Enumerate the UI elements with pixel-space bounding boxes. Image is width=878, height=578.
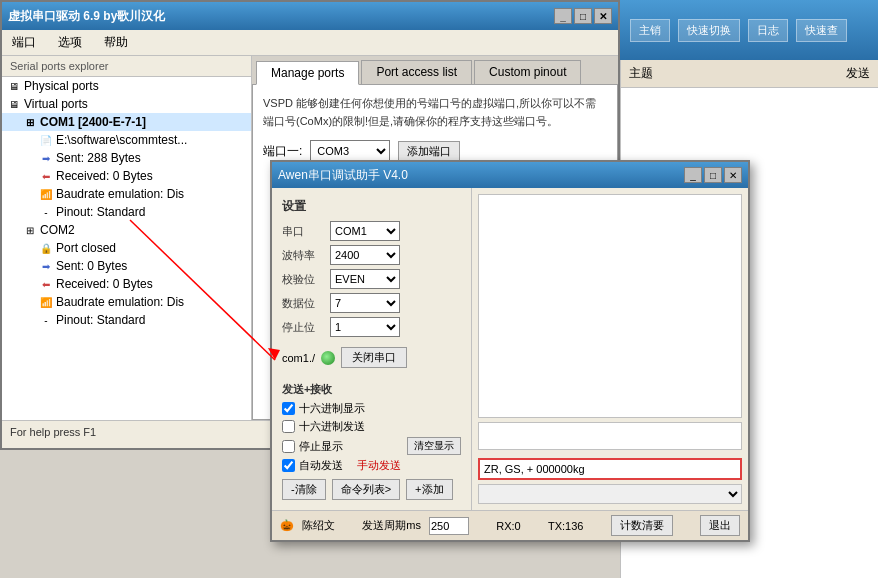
send-input[interactable] bbox=[478, 458, 742, 480]
topright-log-btn[interactable]: 日志 bbox=[748, 19, 788, 42]
topright-register-btn[interactable]: 主销 bbox=[630, 19, 670, 42]
serial-setting: 串口 COM1 bbox=[282, 221, 461, 241]
send-recv-label: 发送+接收 bbox=[282, 382, 461, 397]
send-select[interactable] bbox=[478, 484, 742, 504]
tree-com2-baud: 📶 Baudrate emulation: Dis bbox=[2, 293, 251, 311]
hex-receive-label: 十六进制显示 bbox=[299, 401, 365, 416]
topright-fast-btn[interactable]: 快速查 bbox=[796, 19, 847, 42]
port-label: 端口一: bbox=[263, 143, 302, 160]
hex-send-check[interactable] bbox=[282, 420, 295, 433]
sidebar: Serial ports explorer 🖥 Physical ports 🖥… bbox=[2, 56, 252, 420]
tree-com1-sent: ➡ Sent: 288 Bytes bbox=[2, 149, 251, 167]
tree-com1[interactable]: ⊞ COM1 [2400-E-7-1] bbox=[2, 113, 251, 131]
receive-area[interactable] bbox=[478, 194, 742, 418]
auto-send-check[interactable] bbox=[282, 459, 295, 472]
arrow-left2-icon: ⬅ bbox=[38, 276, 54, 292]
cmd-list-btn[interactable]: 命令列表> bbox=[332, 479, 400, 500]
topright-table-header: 主题 发送 bbox=[621, 60, 878, 88]
parity-label: 校验位 bbox=[282, 272, 330, 287]
com2-icon: ⊞ bbox=[22, 222, 38, 238]
menu-help[interactable]: 帮助 bbox=[98, 32, 134, 53]
calc-btn[interactable]: 计数清要 bbox=[611, 515, 673, 536]
add-port-button[interactable]: 添加端口 bbox=[398, 141, 460, 162]
tab-manage-ports[interactable]: Manage ports bbox=[256, 61, 359, 85]
period-input[interactable] bbox=[429, 517, 469, 535]
serial-select[interactable]: COM1 bbox=[330, 221, 400, 241]
awen-settings: 设置 串口 COM1 波特率 2400 校验位 EVEN 数据位 bbox=[272, 188, 472, 510]
awen-right-panel bbox=[472, 188, 748, 510]
stop-display-check[interactable] bbox=[282, 440, 295, 453]
author-name: 陈绍文 bbox=[302, 518, 335, 533]
port-select[interactable]: COM3 bbox=[310, 140, 390, 162]
auto-send-row: 自动发送 手动发送 bbox=[282, 458, 461, 473]
tab-port-access-list[interactable]: Port access list bbox=[361, 60, 472, 84]
stop-label: 停止位 bbox=[282, 320, 330, 335]
com1-icon: ⊞ bbox=[22, 114, 38, 130]
tree-physical-ports[interactable]: 🖥 Physical ports bbox=[2, 77, 251, 95]
arrow-right-icon: ➡ bbox=[38, 150, 54, 166]
awen-minimize-btn[interactable]: _ bbox=[684, 167, 702, 183]
close-port-btn[interactable]: 关闭串口 bbox=[341, 347, 407, 368]
arrow-left-icon: ⬅ bbox=[38, 168, 54, 184]
vspd-title: 虚拟串口驱动 6.9 by歌川汉化 bbox=[8, 8, 165, 25]
com2-received-label: Received: 0 Bytes bbox=[56, 277, 153, 291]
col-topic: 主题 bbox=[629, 65, 838, 82]
tree-com1-path: 📄 E:\software\scommtest... bbox=[2, 131, 251, 149]
clear-display-btn[interactable]: 清空显示 bbox=[407, 437, 461, 455]
awen-body: 设置 串口 COM1 波特率 2400 校验位 EVEN 数据位 bbox=[272, 188, 748, 510]
hex-send-row: 十六进制发送 bbox=[282, 419, 461, 434]
file-icon: 📄 bbox=[38, 132, 54, 148]
tab-custom-pinout[interactable]: Custom pinout bbox=[474, 60, 581, 84]
lock-icon: 🔒 bbox=[38, 240, 54, 256]
stop-display-row: 停止显示 清空显示 bbox=[282, 437, 461, 455]
vspd-title-buttons: _ □ ✕ bbox=[554, 8, 612, 24]
hex-receive-check[interactable] bbox=[282, 402, 295, 415]
manual-send-link[interactable]: 手动发送 bbox=[357, 458, 401, 473]
add-btn[interactable]: +添加 bbox=[406, 479, 452, 500]
col-send: 发送 bbox=[846, 65, 870, 82]
com2-closed-label: Port closed bbox=[56, 241, 116, 255]
maximize-button[interactable]: □ bbox=[574, 8, 592, 24]
awen-dialog: Awen串口调试助手 V4.0 _ □ ✕ 设置 串口 COM1 波特率 240… bbox=[270, 160, 750, 542]
data-label: 数据位 bbox=[282, 296, 330, 311]
data-setting: 数据位 7 bbox=[282, 293, 461, 313]
clear-btn[interactable]: -清除 bbox=[282, 479, 326, 500]
menu-options[interactable]: 选项 bbox=[52, 32, 88, 53]
send-input-container bbox=[478, 454, 742, 480]
parity-select[interactable]: EVEN bbox=[330, 269, 400, 289]
baud-select[interactable]: 2400 bbox=[330, 245, 400, 265]
minimize-button[interactable]: _ bbox=[554, 8, 572, 24]
footer-period: 发送周期ms bbox=[362, 517, 469, 535]
tree-com2[interactable]: ⊞ COM2 bbox=[2, 221, 251, 239]
baud2-icon: 📶 bbox=[38, 294, 54, 310]
topright-switch-btn[interactable]: 快速切换 bbox=[678, 19, 740, 42]
serial-label: 串口 bbox=[282, 224, 330, 239]
vspd-menubar: 端口 选项 帮助 bbox=[2, 30, 618, 56]
menu-port[interactable]: 端口 bbox=[6, 32, 42, 53]
com1-label: COM1 [2400-E-7-1] bbox=[40, 115, 146, 129]
tab-bar: Manage ports Port access list Custom pin… bbox=[252, 56, 618, 85]
virtual-ports-label: Virtual ports bbox=[24, 97, 88, 111]
awen-close-btn[interactable]: ✕ bbox=[724, 167, 742, 183]
period-label: 发送周期ms bbox=[362, 518, 421, 533]
footer-info: 🎃 陈绍文 bbox=[280, 518, 335, 533]
close-button[interactable]: ✕ bbox=[594, 8, 612, 24]
hex-receive-row: 十六进制显示 bbox=[282, 401, 461, 416]
com-status-label: com1./ bbox=[282, 352, 315, 364]
com1-path-label: E:\software\scommtest... bbox=[56, 133, 187, 147]
tree-virtual-ports[interactable]: 🖥 Virtual ports bbox=[2, 95, 251, 113]
com2-baud-label: Baudrate emulation: Dis bbox=[56, 295, 184, 309]
data-select[interactable]: 7 bbox=[330, 293, 400, 313]
pinout-icon: - bbox=[38, 204, 54, 220]
tree-com2-pinout: - Pinout: Standard bbox=[2, 311, 251, 329]
tree-com2-sent: ➡ Sent: 0 Bytes bbox=[2, 257, 251, 275]
send-recv-section: 发送+接收 十六进制显示 十六进制发送 停止显示 清空显示 bbox=[282, 382, 461, 473]
awen-titlebar: Awen串口调试助手 V4.0 _ □ ✕ bbox=[272, 162, 748, 188]
send-dropdown bbox=[478, 422, 742, 450]
exit-btn[interactable]: 退出 bbox=[700, 515, 740, 536]
pinout2-icon: - bbox=[38, 312, 54, 328]
stop-select[interactable]: 1 bbox=[330, 317, 400, 337]
awen-maximize-btn[interactable]: □ bbox=[704, 167, 722, 183]
physical-ports-label: Physical ports bbox=[24, 79, 99, 93]
com-status-dot bbox=[321, 351, 335, 365]
